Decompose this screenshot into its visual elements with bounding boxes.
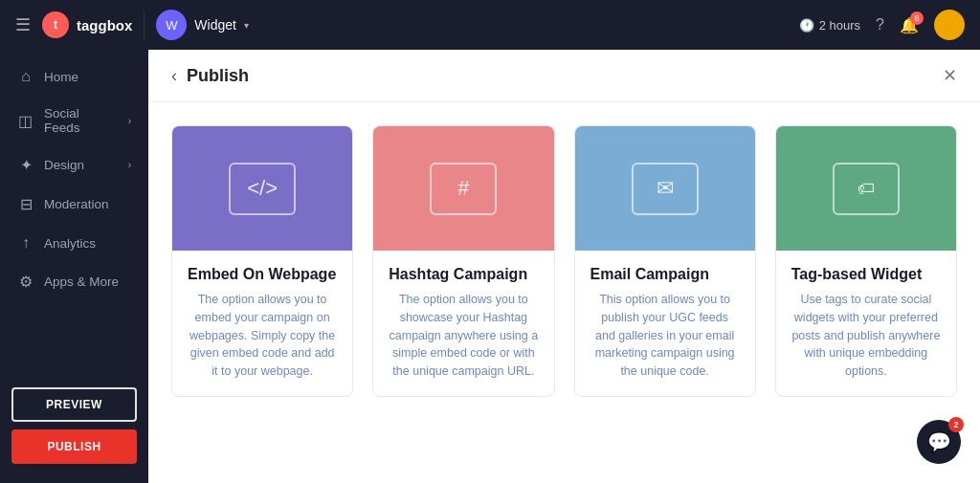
clock-icon: 🕐 (799, 18, 814, 33)
chat-bubble-button[interactable]: 💬 2 (917, 420, 961, 464)
tag-card[interactable]: 🏷 Tag-based Widget Use tags to curate so… (775, 125, 957, 397)
sidebar-item-analytics[interactable]: ↑ Analytics (0, 224, 148, 262)
sidebar-item-label: Moderation (44, 197, 109, 211)
email-icon: ✉ (657, 176, 674, 201)
tag-card-body: Tag-based Widget Use tags to curate soci… (776, 251, 956, 396)
widget-name: Widget (194, 17, 236, 33)
sidebar-item-label: Apps & More (44, 274, 119, 289)
chat-notification-badge: 2 (948, 417, 964, 432)
embed-card-desc: The option allows you to embed your camp… (188, 291, 337, 381)
hashtag-card[interactable]: # Hashtag Campaign The option allows you… (372, 125, 554, 397)
sidebar-item-home[interactable]: ⌂ Home (0, 57, 148, 96)
embed-card-body: Embed On Webpage The option allows you t… (172, 251, 352, 396)
sidebar-item-label: Design (44, 158, 84, 172)
widget-selector[interactable]: W Widget ▾ (156, 10, 249, 40)
embed-icon-box: </> (229, 163, 296, 215)
tag-card-icon-area: 🏷 (776, 126, 956, 251)
back-button[interactable]: ‹ (171, 66, 177, 86)
user-avatar[interactable] (934, 10, 965, 40)
home-icon: ⌂ (17, 68, 34, 85)
publish-header: ‹ Publish ✕ (148, 50, 980, 102)
sidebar-item-label: Home (44, 70, 78, 84)
widget-avatar: W (156, 10, 187, 40)
preview-button[interactable]: PREVIEW (11, 387, 137, 422)
sidebar-item-apps-more[interactable]: ⚙ Apps & More (0, 262, 148, 301)
email-card-title: Email Campaign (590, 266, 740, 283)
sidebar-bottom: PREVIEW PUBLISH (0, 376, 148, 475)
email-card[interactable]: ✉ Email Campaign This option allows you … (574, 125, 756, 397)
hashtag-icon-box: # (430, 163, 497, 215)
tag-card-desc: Use tags to curate social widgets with y… (791, 291, 941, 381)
chevron-right-icon: › (128, 160, 131, 170)
notifications-button[interactable]: 🔔 6 (900, 16, 919, 34)
sidebar-item-design[interactable]: ✦ Design › (0, 145, 148, 185)
sidebar-item-label: Analytics (44, 236, 96, 251)
apps-icon: ⚙ (17, 273, 34, 291)
header-divider (144, 11, 145, 39)
sidebar-item-social-feeds[interactable]: ◫ Social Feeds › (0, 96, 148, 145)
close-button[interactable]: ✕ (943, 65, 957, 86)
email-card-body: Email Campaign This option allows you to… (575, 251, 755, 396)
design-icon: ✦ (17, 156, 34, 174)
logo: t taggbox (42, 11, 132, 38)
tag-card-title: Tag-based Widget (791, 266, 941, 283)
header-right: 🕐 2 hours ? 🔔 6 (799, 10, 965, 40)
publish-header-left: ‹ Publish (171, 66, 249, 86)
sidebar-item-moderation[interactable]: ⊟ Moderation (0, 185, 148, 224)
logo-icon: t (42, 11, 69, 38)
chevron-right-icon: › (128, 116, 131, 126)
email-icon-box: ✉ (632, 163, 699, 215)
notification-badge: 6 (910, 11, 924, 25)
content-area: ‹ Publish ✕ </> Embed On Webpage The opt… (148, 50, 980, 483)
embed-card[interactable]: </> Embed On Webpage The option allows y… (171, 125, 353, 397)
help-button[interactable]: ? (876, 16, 884, 33)
hamburger-icon[interactable]: ☰ (15, 14, 31, 35)
logo-text: taggbox (77, 17, 132, 33)
hashtag-card-desc: The option allows you to showcase your H… (389, 291, 538, 381)
publish-button[interactable]: PUBLISH (11, 429, 137, 464)
sidebar-item-label: Social Feeds (44, 106, 119, 135)
time-badge: 🕐 2 hours (799, 18, 860, 33)
hashtag-icon: # (457, 176, 469, 201)
tag-icon-box: 🏷 (833, 163, 900, 215)
hashtag-card-icon-area: # (373, 126, 553, 251)
tag-icon: 🏷 (858, 179, 875, 199)
cards-grid: </> Embed On Webpage The option allows y… (148, 102, 980, 420)
social-feeds-icon: ◫ (17, 112, 34, 130)
chat-icon: 💬 (927, 430, 951, 453)
header-left: ☰ t taggbox W Widget ▾ (15, 10, 249, 40)
analytics-icon: ↑ (17, 234, 34, 252)
hashtag-card-body: Hashtag Campaign The option allows you t… (373, 251, 553, 396)
email-card-icon-area: ✉ (575, 126, 755, 251)
email-card-desc: This option allows you to publish your U… (590, 291, 740, 381)
sidebar: ⌂ Home ◫ Social Feeds › ✦ Design › ⊟ Mod… (0, 50, 148, 483)
time-label: 2 hours (819, 18, 860, 33)
publish-title: Publish (187, 66, 249, 86)
embed-card-icon-area: </> (172, 126, 352, 251)
embed-icon: </> (247, 176, 278, 201)
embed-card-title: Embed On Webpage (188, 266, 337, 283)
hashtag-card-title: Hashtag Campaign (389, 266, 538, 283)
main-layout: ⌂ Home ◫ Social Feeds › ✦ Design › ⊟ Mod… (0, 50, 980, 483)
app-header: ☰ t taggbox W Widget ▾ 🕐 2 hours ? 🔔 6 (0, 0, 980, 50)
moderation-icon: ⊟ (17, 195, 34, 213)
chevron-down-icon: ▾ (244, 20, 249, 31)
